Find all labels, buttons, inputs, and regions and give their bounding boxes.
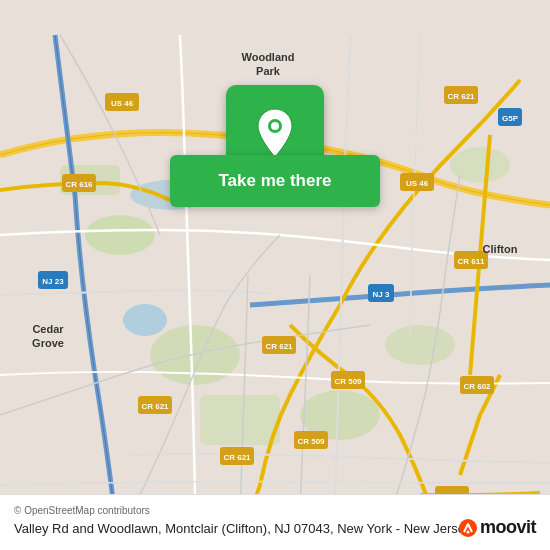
take-me-there-button[interactable]: Take me there xyxy=(170,155,380,207)
svg-text:G5P: G5P xyxy=(502,114,519,123)
svg-text:Park: Park xyxy=(256,65,281,77)
svg-text:CR 509: CR 509 xyxy=(297,437,325,446)
svg-point-8 xyxy=(123,304,167,336)
moovit-logo: moovit xyxy=(458,517,536,538)
svg-point-50 xyxy=(466,530,469,533)
svg-point-49 xyxy=(459,519,477,537)
svg-text:Woodland: Woodland xyxy=(242,51,295,63)
svg-text:CR 616: CR 616 xyxy=(65,180,93,189)
svg-text:Cedar: Cedar xyxy=(32,323,64,335)
moovit-brand-icon xyxy=(458,518,478,538)
svg-text:NJ 23: NJ 23 xyxy=(42,277,64,286)
svg-text:CR 621: CR 621 xyxy=(447,92,475,101)
info-bar: © OpenStreetMap contributors Valley Rd a… xyxy=(0,494,550,550)
svg-text:Grove: Grove xyxy=(32,337,64,349)
svg-text:CR 611: CR 611 xyxy=(457,257,485,266)
svg-text:CR 602: CR 602 xyxy=(463,382,491,391)
svg-point-48 xyxy=(271,122,279,130)
svg-text:CR 621: CR 621 xyxy=(223,453,251,462)
svg-text:Clifton: Clifton xyxy=(483,243,518,255)
map-svg: US 46 US 46 US 46 CR 616 CR 621 CR 621 C… xyxy=(0,0,550,550)
svg-point-5 xyxy=(385,325,455,365)
svg-text:CR 509: CR 509 xyxy=(334,377,362,386)
svg-text:NJ 3: NJ 3 xyxy=(373,290,390,299)
svg-text:CR 621: CR 621 xyxy=(265,342,293,351)
svg-text:US 46: US 46 xyxy=(111,99,134,108)
svg-text:US 46: US 46 xyxy=(406,179,429,188)
svg-point-1 xyxy=(85,215,155,255)
svg-text:CR 621: CR 621 xyxy=(141,402,169,411)
svg-rect-7 xyxy=(200,395,280,445)
map-container: US 46 US 46 US 46 CR 616 CR 621 CR 621 C… xyxy=(0,0,550,550)
svg-point-2 xyxy=(150,325,240,385)
location-pin-icon xyxy=(252,107,298,159)
osm-attribution: © OpenStreetMap contributors xyxy=(14,505,536,516)
moovit-brand-name: moovit xyxy=(480,517,536,538)
